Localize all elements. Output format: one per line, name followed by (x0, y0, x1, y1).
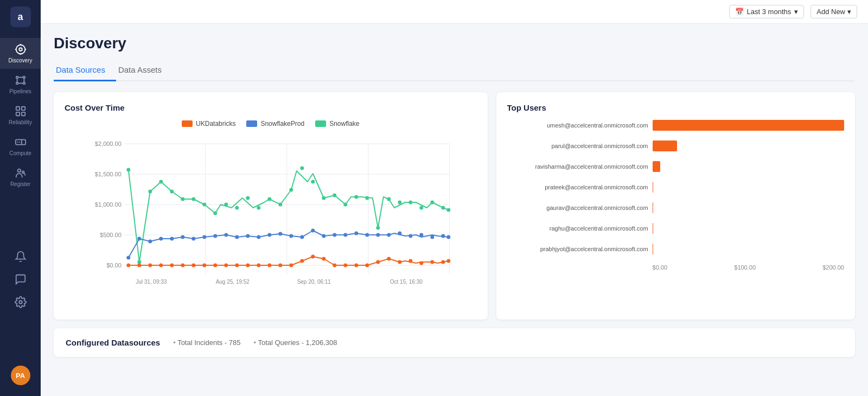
legend-color-snowflake-prod (246, 120, 257, 127)
svg-point-77 (159, 237, 163, 241)
svg-point-69 (409, 201, 412, 205)
svg-point-81 (202, 235, 206, 239)
cost-over-time-card: Cost Over Time UKDatabricks SnowflakePro… (54, 92, 488, 320)
svg-point-65 (365, 196, 369, 200)
svg-rect-16 (16, 112, 19, 116)
svg-point-62 (333, 194, 336, 197)
svg-point-126 (354, 264, 358, 267)
user-row: umesh@accelcentral.onmicrosoft.com (507, 120, 844, 131)
sidebar-item-settings[interactable] (0, 291, 41, 314)
svg-point-120 (289, 264, 293, 267)
svg-point-135 (446, 259, 450, 263)
legend-color-snowflake (315, 120, 326, 127)
tab-data-assets[interactable]: Data Assets (116, 61, 173, 81)
sidebar-item-messages[interactable] (0, 268, 41, 291)
svg-point-100 (409, 234, 412, 238)
svg-rect-14 (16, 107, 19, 110)
svg-point-68 (398, 201, 401, 205)
svg-point-93 (333, 233, 336, 237)
svg-rect-15 (21, 107, 24, 110)
app-logo[interactable]: a (10, 7, 31, 27)
svg-point-88 (278, 232, 282, 236)
svg-point-95 (354, 232, 358, 235)
tab-data-sources[interactable]: Data Sources (54, 61, 116, 81)
total-queries-stat: Total Queries - 1,206,308 (254, 338, 337, 347)
chart-legend: UKDatabricks SnowflakeProd Snowflake (65, 120, 477, 127)
svg-point-52 (224, 203, 228, 207)
svg-point-22 (17, 169, 21, 173)
svg-point-74 (126, 256, 130, 260)
user-bar (653, 161, 660, 172)
svg-point-92 (322, 234, 326, 238)
svg-point-89 (289, 234, 293, 238)
user-bar-container (653, 140, 844, 151)
user-email: prateek@accelcentral.onmicrosoft.com (507, 184, 648, 190)
svg-point-124 (333, 264, 336, 267)
user-bar (653, 244, 653, 254)
svg-point-102 (430, 235, 434, 239)
svg-point-87 (267, 233, 271, 237)
svg-point-131 (409, 259, 412, 263)
x-axis-labels: $0.00 $100.00 $200.00 (507, 264, 844, 271)
svg-point-61 (322, 196, 326, 200)
user-row: gaurav@accelcentral.onmicrosoft.com (507, 202, 844, 213)
page-title: Discovery (54, 35, 855, 52)
svg-point-58 (289, 188, 293, 192)
svg-point-54 (246, 196, 250, 200)
user-bar-container (653, 182, 844, 193)
user-email: gaurav@accelcentral.onmicrosoft.com (507, 205, 648, 211)
svg-point-119 (278, 264, 282, 267)
svg-point-96 (365, 233, 369, 237)
add-new-button[interactable]: Add New ▾ (810, 5, 857, 18)
user-row: parul@accelcentral.onmicrosoft.com (507, 140, 844, 151)
sidebar-item-register[interactable]: Register (0, 162, 41, 193)
sidebar-item-compute[interactable]: Compute (0, 131, 41, 162)
svg-point-86 (257, 235, 260, 239)
svg-point-66 (376, 226, 380, 230)
user-email: ravisharma@accelcentral.onmicrosoft.com (507, 163, 648, 170)
page: Discovery Data Sources Data Assets Cost … (41, 24, 868, 396)
sidebar-item-reliability[interactable]: Reliability (0, 100, 41, 131)
sidebar-item-pipelines[interactable]: Pipelines (0, 69, 41, 100)
top-users-title: Top Users (507, 103, 844, 112)
legend-label-snowflake: Snowflake (329, 120, 359, 127)
user-bar (653, 223, 653, 234)
svg-point-134 (441, 260, 445, 264)
svg-point-7 (23, 76, 25, 79)
svg-point-47 (170, 190, 174, 194)
date-filter[interactable]: 📅 Last 3 months ▾ (729, 5, 805, 18)
svg-text:Aug 25, 19:52: Aug 25, 19:52 (216, 279, 250, 285)
svg-text:$500.00: $500.00 (100, 232, 122, 238)
date-filter-label: Last 3 months (747, 8, 792, 16)
svg-point-79 (181, 235, 184, 239)
svg-point-105 (126, 264, 130, 267)
avatar[interactable]: PA (11, 366, 30, 385)
user-bar (653, 140, 678, 151)
sidebar-item-discovery[interactable]: Discovery (0, 38, 41, 69)
user-bar-container (653, 202, 844, 213)
sidebar-item-alerts[interactable] (0, 245, 41, 268)
svg-point-118 (267, 264, 271, 267)
user-email: umesh@accelcentral.onmicrosoft.com (507, 122, 648, 129)
svg-point-91 (311, 229, 315, 233)
svg-point-78 (170, 237, 174, 241)
svg-point-59 (300, 167, 304, 170)
sidebar-item-discovery-label: Discovery (9, 58, 33, 63)
user-email: raghu@accelcentral.onmicrosoft.com (507, 225, 648, 232)
sidebar-item-register-label: Register (10, 181, 30, 187)
svg-point-107 (148, 264, 152, 267)
svg-point-57 (278, 203, 282, 207)
legend-snowflake: Snowflake (315, 120, 359, 127)
user-row: prabhjyot@accelcentral.onmicrosoft.com (507, 244, 844, 254)
svg-text:$1,000.00: $1,000.00 (95, 201, 122, 208)
user-bar-container (653, 223, 844, 234)
svg-point-8 (16, 82, 18, 85)
svg-point-110 (181, 264, 184, 267)
cost-chart-title: Cost Over Time (65, 103, 477, 112)
sidebar-item-pipelines-label: Pipelines (9, 88, 31, 94)
configured-datasources-bar: Configured Datasources Total Incidents -… (54, 328, 855, 357)
svg-rect-17 (21, 112, 24, 116)
user-email: prabhjyot@accelcentral.onmicrosoft.com (507, 246, 648, 252)
svg-point-112 (202, 264, 206, 267)
svg-point-115 (235, 264, 239, 267)
